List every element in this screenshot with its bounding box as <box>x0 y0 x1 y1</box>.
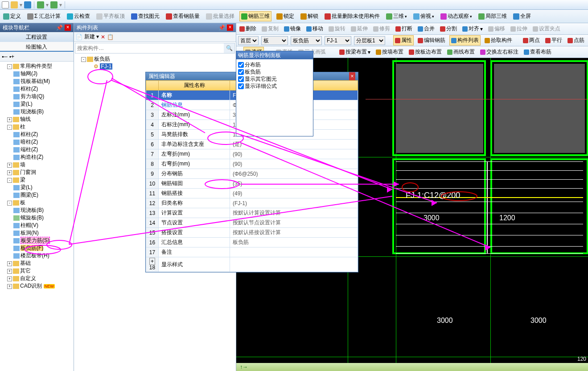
view-rebar-button[interactable]: 查看钢筋量 <box>164 12 201 21</box>
tree-node[interactable]: 柱帽(V) <box>13 222 73 229</box>
tree-expander[interactable]: - <box>7 201 12 206</box>
orbit-button[interactable]: 动态观察 ▾ <box>439 12 473 21</box>
checkbox[interactable] <box>238 69 244 75</box>
property-row[interactable]: + 18显示样式 <box>146 257 358 272</box>
rebar-3d-button[interactable]: 钢筋三维 <box>239 11 271 21</box>
parallel-button[interactable]: 平行 <box>544 36 563 45</box>
tree-node[interactable]: 梁(L) <box>13 184 73 191</box>
property-row[interactable]: 11钢筋搭接(49) <box>146 189 358 198</box>
grip-button[interactable]: 设置夹点 <box>531 24 562 33</box>
property-row[interactable]: 17备注 <box>146 247 358 257</box>
sum-calc-button[interactable]: Σ 汇总计算 <box>26 12 62 21</box>
by-wall-button[interactable]: 按墙布置 <box>374 47 405 57</box>
tree-expander[interactable]: + <box>7 261 12 266</box>
rebar-display-option[interactable]: 板负筋 <box>238 68 311 75</box>
property-row[interactable]: 13计算设置按默认计算设置计算 <box>146 208 358 218</box>
close-icon[interactable]: × <box>349 72 355 80</box>
split-button[interactable]: 分割 <box>439 24 458 33</box>
tree-node[interactable]: 端柱(Z) <box>13 146 73 153</box>
tree-item-fj1[interactable]: FJ-1 <box>100 63 112 70</box>
rebar-display-option[interactable]: 显示详细公式 <box>238 82 311 90</box>
pin-icon[interactable]: 📌 <box>56 25 63 31</box>
delete-button[interactable]: 删除 <box>238 24 258 33</box>
tree-expander[interactable]: - <box>7 178 12 183</box>
local-3d-button[interactable]: 局部三维 <box>477 12 508 21</box>
property-row[interactable]: 9分布钢筋(Φ6@250) <box>146 169 358 179</box>
tree-node[interactable]: +轴线 <box>7 115 73 123</box>
property-row[interactable]: 6非单边标注含支座(是) <box>146 140 358 149</box>
break-button[interactable]: 打断 <box>394 24 414 33</box>
tree-node[interactable]: 构造柱(Z) <box>13 153 73 161</box>
tree-node[interactable]: -柱框柱(Z)暗柱(Z)端柱(Z)构造柱(Z) <box>7 123 73 161</box>
tree-expander[interactable]: + <box>7 276 12 281</box>
merge-button[interactable]: 合并 <box>416 24 436 33</box>
tree-node[interactable]: +其它 <box>7 267 73 275</box>
rebar-display-option[interactable]: 分布筋 <box>238 61 311 68</box>
save-icon[interactable] <box>24 1 31 8</box>
rebar-display-option[interactable]: 显示其它图元 <box>238 75 311 82</box>
property-row[interactable]: 15搭接设置按默认搭接设置计算 <box>146 228 358 238</box>
fullscreen-button[interactable]: 全屏 <box>512 12 532 21</box>
top-view-button[interactable]: 俯视 ▾ <box>412 12 436 21</box>
tree-node[interactable]: 筏板基础(M) <box>13 78 73 85</box>
checkbox[interactable] <box>238 76 244 82</box>
view-layout-button[interactable]: 查看布筋 <box>522 47 553 57</box>
tree-node[interactable]: 现浇板(B) <box>13 206 73 214</box>
tree-expander[interactable]: + <box>7 269 12 274</box>
tree-expander[interactable]: + <box>7 163 12 168</box>
tree-node[interactable]: 螺旋板(B) <box>13 214 73 222</box>
rotate-button[interactable]: 旋转 <box>327 24 347 33</box>
align-button[interactable]: 对齐 ▾ <box>461 24 484 33</box>
trim-button[interactable]: 修剪 <box>372 24 391 33</box>
mirror-button[interactable]: 镜像 <box>283 24 302 33</box>
pick-component-button[interactable]: 拾取构件 <box>483 36 514 45</box>
by-slab-button[interactable]: 按板边布置 <box>407 47 443 57</box>
property-row[interactable]: 7左弯折(mm)(90) <box>146 149 358 159</box>
tree-node[interactable]: +墙 <box>7 161 73 169</box>
close-icon[interactable]: × <box>227 25 233 31</box>
swap-button[interactable]: 交换左右标注 <box>479 47 520 57</box>
tree-node[interactable]: -常用构件类型轴网(J)筏板基础(M)框柱(Z)剪力墙(Q)梁(L)现浇板(B) <box>7 62 73 115</box>
delete-component-icon[interactable]: ✕ <box>101 34 105 40</box>
tree-node[interactable]: +基础 <box>7 260 73 267</box>
tree-node[interactable]: 梁(L) <box>13 100 73 108</box>
batch-del-button[interactable]: 批量删除未使用构件 <box>323 12 381 21</box>
tree-node[interactable]: 框柱(Z) <box>13 131 73 138</box>
properties-button[interactable]: 属性 <box>393 35 414 45</box>
tree-node[interactable]: 轴网(J) <box>13 70 73 78</box>
cloud-check-button[interactable]: 云检查 <box>66 12 91 21</box>
offset-button[interactable]: 偏移 <box>487 24 506 33</box>
tree-node[interactable]: +自定义 <box>7 275 73 282</box>
new-component-button[interactable]: 新建 ▾ <box>84 33 99 41</box>
category-select[interactable]: 板 <box>261 36 288 45</box>
new-icon[interactable] <box>2 1 9 8</box>
checkbox[interactable] <box>238 83 244 89</box>
tree-node[interactable]: -梁梁(L)圈梁(E) <box>7 176 73 199</box>
component-list-button[interactable]: 构件列表 <box>449 35 481 45</box>
tree-node[interactable]: 剪力墙(Q) <box>13 93 73 100</box>
tree-expander[interactable]: + <box>7 117 12 122</box>
copy-button[interactable]: 复制 <box>260 24 280 33</box>
new-component-icon[interactable]: 📄 <box>76 34 82 40</box>
tree-node[interactable]: 框柱(Z) <box>13 85 73 93</box>
property-row[interactable]: 16汇总信息板负筋 <box>146 238 358 247</box>
search-icon[interactable]: 🔍 <box>224 43 234 53</box>
lock-button[interactable]: 锁定 <box>275 12 296 21</box>
tree-collapse-icon[interactable]: ▪─ <box>2 54 8 60</box>
copy-component-icon[interactable]: 📋 <box>107 34 114 40</box>
tree-expander[interactable]: + <box>7 284 12 289</box>
by-beam-button[interactable]: 按梁布置 ▾ <box>338 47 372 57</box>
unlock-button[interactable]: 解锁 <box>299 12 320 21</box>
tree-node[interactable]: 板受力筋(S) <box>13 237 73 244</box>
tree-expand-icon[interactable]: ▪+ <box>9 54 14 60</box>
property-row[interactable]: 14节点设置按默认节点设置计算 <box>146 218 358 228</box>
close-icon[interactable]: × <box>65 25 71 31</box>
tree-node[interactable]: +门窗洞 <box>7 169 73 176</box>
batch-sel-button[interactable]: 批量选择 <box>205 12 236 21</box>
by-line-button[interactable]: 画线布置 <box>446 47 476 57</box>
tree-node[interactable]: +CAD识别 NEW <box>7 282 73 290</box>
tree-node[interactable]: 暗柱(Z) <box>13 138 73 146</box>
member-select[interactable]: FJ-1 <box>325 36 351 45</box>
layer-select[interactable]: 分层板1 <box>354 36 385 45</box>
floor-select[interactable]: 首层 <box>238 36 259 45</box>
